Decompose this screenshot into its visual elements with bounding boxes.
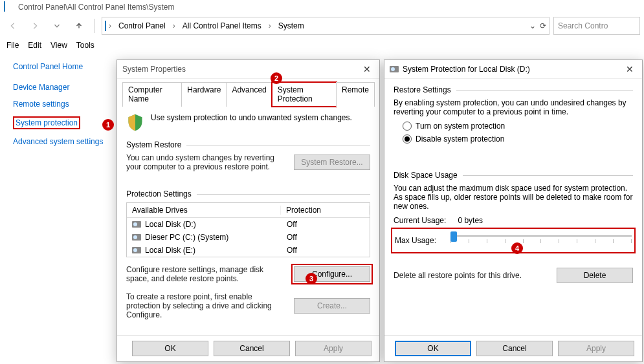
max-usage-slider[interactable] [450, 231, 632, 250]
sidebar-item-remote[interactable]: Remote settings [13, 100, 124, 109]
hdd-icon [132, 247, 141, 253]
shield-icon [126, 113, 144, 131]
tab-advanced[interactable]: Advanced [226, 82, 272, 107]
restore-description: You can undo system changes by reverting… [126, 153, 287, 171]
search-placeholder: Search Contro [558, 21, 608, 30]
create-description: To create a restore point, first enable … [126, 292, 287, 319]
tab-system-protection[interactable]: System Protection [272, 82, 337, 107]
radio-turn-on[interactable]: Turn on system protection [403, 122, 633, 131]
drives-table: Available Drives Protection Local Disk (… [126, 202, 370, 257]
close-icon[interactable]: ✕ [360, 64, 374, 74]
window-title: Control Panel\All Control Panel Items\Sy… [18, 3, 174, 12]
restore-description: By enabling system protection, you can u… [394, 98, 633, 116]
apply-button[interactable]: Apply [558, 341, 634, 356]
chevron-right-icon: › [173, 21, 175, 30]
menu-tools[interactable]: Tools [76, 41, 94, 50]
drives-header-prot[interactable]: Protection [281, 206, 370, 215]
annotation-badge-4: 4 [511, 242, 523, 254]
drives-header-name[interactable]: Available Drives [127, 206, 281, 215]
cancel-button[interactable]: Cancel [214, 341, 290, 356]
refresh-icon[interactable]: ⟳ [540, 21, 546, 30]
cancel-button[interactable]: Cancel [476, 341, 553, 356]
sidebar: Control Panel Home Device Manager Remote… [0, 53, 131, 160]
search-input[interactable]: Search Contro [553, 17, 640, 35]
dialog-titlebar: System Properties ✕ [117, 60, 379, 79]
nav-up-button[interactable] [70, 17, 88, 35]
group-disk-space: Disk Space Usage [394, 171, 633, 180]
drive-row[interactable]: Dieser PC (C:) (System) Off [127, 231, 370, 244]
separator [94, 19, 95, 33]
hdd-icon [132, 221, 141, 228]
tab-computer-name[interactable]: Computer Name [122, 82, 182, 107]
system-properties-dialog: System Properties ✕ Computer Name Hardwa… [117, 59, 380, 362]
max-usage-label: Max Usage: [395, 236, 441, 245]
system-protection-dialog: System Protection for Local Disk (D:) ✕ … [384, 59, 643, 362]
delete-description: Delete all restore points for this drive… [394, 271, 550, 280]
sidebar-item-home[interactable]: Control Panel Home [13, 62, 124, 71]
breadcrumb-item[interactable]: System [274, 19, 309, 32]
hdd-icon [390, 66, 399, 72]
current-usage-label: Current Usage: [394, 216, 446, 225]
menu-bar: File Edit View Tools [0, 37, 644, 53]
create-button[interactable]: Create... [294, 298, 370, 314]
dialog-tabs: Computer Name Hardware Advanced System P… [122, 81, 374, 107]
sidebar-item-system-protection[interactable]: System protection [13, 116, 80, 129]
menu-file[interactable]: File [6, 41, 19, 50]
nav-row: › Control Panel › All Control Panel Item… [0, 14, 644, 37]
tab-hardware[interactable]: Hardware [181, 82, 227, 107]
address-bar[interactable]: › Control Panel › All Control Panel Item… [102, 17, 550, 35]
dialog-title: System Properties [122, 65, 186, 74]
chevron-right-icon: › [269, 21, 271, 30]
breadcrumb-item[interactable]: All Control Panel Items [178, 19, 266, 32]
nav-dropdown-button[interactable] [48, 17, 66, 35]
close-icon[interactable]: ✕ [623, 64, 637, 74]
annotation-badge-3: 3 [305, 273, 317, 284]
apply-button[interactable]: Apply [295, 341, 372, 356]
breadcrumb-item[interactable]: Control Panel [114, 19, 170, 32]
dialog-titlebar: System Protection for Local Disk (D:) ✕ [384, 60, 642, 79]
system-icon [4, 2, 14, 12]
dialog-title: System Protection for Local Disk (D:) [403, 65, 530, 74]
annotation-badge-2: 2 [271, 72, 282, 84]
system-icon [105, 21, 106, 30]
tab-remote[interactable]: Remote [336, 82, 375, 107]
sidebar-item-advanced[interactable]: Advanced system settings [13, 137, 124, 146]
configure-description: Configure restore settings, manage disk … [126, 265, 287, 283]
annotation-badge-1: 1 [102, 119, 114, 131]
radio-icon [403, 134, 412, 144]
drive-row[interactable]: Local Disk (D:) Off [127, 218, 370, 231]
ok-button[interactable]: OK [395, 341, 471, 356]
radio-icon [403, 122, 412, 131]
drive-row[interactable]: Local Disk (E:) Off [127, 244, 370, 257]
chevron-down-icon[interactable]: ⌄ [529, 21, 536, 30]
sidebar-item-device-manager[interactable]: Device Manager [13, 83, 124, 92]
group-restore-settings: Restore Settings [394, 85, 633, 94]
nav-forward-button[interactable] [26, 17, 44, 35]
hdd-icon [132, 234, 141, 241]
chevron-right-icon: › [109, 21, 111, 30]
group-system-restore: System Restore [126, 140, 370, 149]
ok-button[interactable]: OK [132, 341, 208, 356]
intro-text: Use system protection to undo unwanted s… [151, 113, 352, 131]
disk-description: You can adjust the maximum disk space us… [394, 184, 633, 211]
menu-view[interactable]: View [50, 41, 67, 50]
nav-back-button[interactable] [4, 17, 22, 35]
delete-button[interactable]: Delete [557, 268, 633, 283]
current-usage-value: 0 bytes [458, 216, 483, 225]
menu-edit[interactable]: Edit [28, 41, 41, 50]
system-restore-button[interactable]: System Restore... [294, 155, 370, 170]
radio-disable[interactable]: Disable system protection [403, 134, 633, 144]
slider-thumb-icon[interactable] [450, 231, 457, 242]
group-protection-settings: Protection Settings [126, 189, 370, 198]
window-titlebar: Control Panel\All Control Panel Items\Sy… [0, 0, 644, 14]
